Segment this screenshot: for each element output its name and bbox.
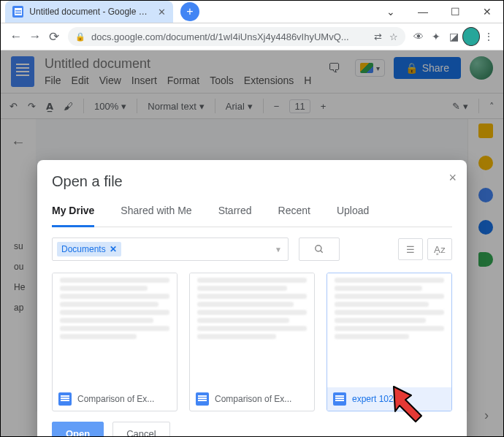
filter-chip[interactable]: Documents ✕ (57, 242, 121, 256)
tab-title: Untitled document - Google Do... (29, 7, 152, 17)
cancel-button[interactable]: Cancel (112, 422, 169, 437)
translate-icon[interactable]: ⇄ (374, 31, 382, 42)
tab-recent[interactable]: Recent (278, 205, 310, 227)
doc-icon (196, 392, 209, 406)
file-card[interactable]: Comparison of Ex... (189, 273, 315, 411)
tab-my-drive[interactable]: My Drive (52, 205, 94, 227)
dialog-tabs: My Drive Shared with Me Starred Recent U… (52, 205, 452, 227)
close-tab-icon[interactable]: ✕ (158, 7, 166, 18)
doc-icon (333, 392, 346, 406)
ext-eye-icon[interactable]: 👁 (410, 28, 427, 45)
star-icon[interactable]: ☆ (389, 31, 398, 42)
ext-avatar-icon[interactable] (462, 28, 480, 45)
search-icon (314, 244, 324, 254)
close-dialog-icon[interactable]: × (448, 170, 457, 186)
minimize-icon[interactable]: — (407, 1, 439, 23)
lock-icon: 🔒 (75, 32, 85, 42)
chrome-menu-icon[interactable]: ⋮ (480, 28, 497, 45)
window-controls: ⌄ — ☐ ✕ (375, 1, 503, 23)
tab-upload[interactable]: Upload (337, 205, 369, 227)
search-button[interactable] (299, 238, 340, 261)
address-bar[interactable]: 🔒 docs.google.com/document/d/1wI4iUnsXj4… (68, 27, 405, 46)
filter-row: Documents ✕ ▼ ☰ A͇z (52, 238, 452, 261)
close-window-icon[interactable]: ✕ (471, 1, 503, 23)
svg-line-1 (321, 251, 323, 253)
filter-field[interactable]: Documents ✕ ▼ (52, 238, 289, 261)
svg-marker-2 (394, 387, 421, 422)
browser-tab[interactable]: Untitled document - Google Do... ✕ (5, 1, 173, 23)
reload-button[interactable]: ⟳ (45, 27, 64, 46)
docs-favicon (12, 6, 23, 18)
chevron-down-icon[interactable]: ▼ (275, 246, 282, 254)
tab-shared[interactable]: Shared with Me (121, 205, 191, 227)
list-view-button[interactable]: ☰ (398, 238, 423, 260)
remove-chip-icon[interactable]: ✕ (110, 244, 117, 254)
back-button[interactable]: ← (7, 27, 26, 46)
forward-button[interactable]: → (26, 27, 45, 46)
dialog-title: Open a file (52, 173, 452, 190)
sort-button[interactable]: A͇z (427, 238, 452, 260)
file-name: Comparison of Ex... (77, 394, 154, 404)
file-name: Comparison of Ex... (215, 394, 291, 404)
caret-down-icon[interactable]: ⌄ (375, 1, 407, 23)
doc-icon (58, 392, 72, 406)
file-card[interactable]: Comparison of Ex... (52, 273, 177, 411)
new-tab-button[interactable]: + (180, 2, 199, 21)
extensions-icon[interactable]: ✦ (427, 28, 445, 45)
extension-icons: 👁 ✦ ◪ ⋮ (410, 28, 497, 45)
url-text: docs.google.com/document/d/1wI4iUnsXj4y4… (91, 31, 349, 42)
ext-box-icon[interactable]: ◪ (445, 28, 462, 45)
url-bar: ← → ⟳ 🔒 docs.google.com/document/d/1wI4i… (1, 23, 503, 50)
maximize-icon[interactable]: ☐ (439, 1, 471, 23)
tab-starred[interactable]: Starred (218, 205, 252, 227)
annotation-arrow (388, 381, 439, 432)
window-titlebar: Untitled document - Google Do... ✕ + ⌄ —… (1, 1, 503, 23)
svg-point-0 (316, 246, 321, 251)
docs-app: Untitled document File Edit View Insert … (1, 50, 503, 437)
open-button[interactable]: Open (52, 422, 104, 437)
